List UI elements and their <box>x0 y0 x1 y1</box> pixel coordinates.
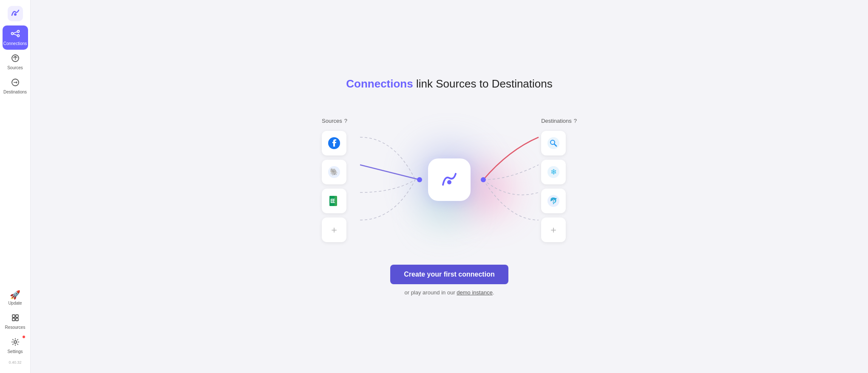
version-number: 0.40.32 <box>9 360 21 365</box>
svg-rect-10 <box>16 315 18 317</box>
update-label: Update <box>8 301 22 306</box>
sources-label: Sources <box>7 65 23 71</box>
resources-label: Resources <box>5 325 26 330</box>
create-connection-button[interactable]: Create your first connection <box>390 265 508 284</box>
cta-subtext: or play around in our demo instance. <box>404 289 494 296</box>
settings-icon <box>11 338 20 348</box>
svg-line-5 <box>13 32 17 33</box>
sidebar-item-settings[interactable]: Settings <box>3 334 28 358</box>
sidebar-item-sources[interactable]: Sources <box>3 51 28 74</box>
sidebar-item-update[interactable]: 🚀 Update <box>3 287 28 309</box>
svg-point-3 <box>17 31 19 33</box>
demo-instance-link[interactable]: demo instance <box>457 289 493 296</box>
svg-line-6 <box>13 34 17 35</box>
settings-notification-badge <box>22 335 26 339</box>
sidebar-bottom: 🚀 Update Resources Setti <box>3 287 28 368</box>
sidebar: Connections Sources Desti <box>0 0 31 373</box>
settings-label: Settings <box>7 349 23 354</box>
update-icon: 🚀 <box>10 291 20 299</box>
cta-section: Create your first connection or play aro… <box>390 265 508 296</box>
sidebar-item-resources[interactable]: Resources <box>3 310 28 333</box>
page-title-highlight: Connections <box>346 77 413 90</box>
svg-rect-12 <box>16 318 18 321</box>
cta-sub-prefix: or play around in our <box>404 289 457 296</box>
svg-point-14 <box>417 177 422 182</box>
connections-icon <box>11 29 20 40</box>
cta-sub-suffix: . <box>493 289 494 296</box>
destinations-label: Destinations <box>3 90 27 95</box>
sources-icon <box>11 54 20 64</box>
app-logo[interactable] <box>7 5 24 22</box>
svg-point-4 <box>17 35 19 37</box>
center-logo <box>428 158 471 201</box>
svg-rect-9 <box>12 315 15 317</box>
connection-diagram: Sources ? 🐘 <box>318 107 581 252</box>
sidebar-item-destinations[interactable]: Destinations <box>3 75 28 98</box>
main-content: Connections link Sources to Destinations <box>31 0 868 373</box>
connections-label: Connections <box>3 41 27 46</box>
page-title-rest: link Sources to Destinations <box>413 77 553 90</box>
svg-point-1 <box>14 13 17 16</box>
svg-rect-11 <box>12 318 15 321</box>
svg-point-13 <box>14 341 17 343</box>
resources-icon <box>11 314 20 323</box>
destinations-icon <box>11 78 20 88</box>
svg-point-2 <box>11 33 13 35</box>
svg-point-27 <box>447 180 451 184</box>
page-title: Connections link Sources to Destinations <box>346 77 553 90</box>
sidebar-nav: Connections Sources Desti <box>0 25 30 287</box>
svg-point-15 <box>481 177 486 182</box>
sidebar-item-connections[interactable]: Connections <box>3 25 28 50</box>
